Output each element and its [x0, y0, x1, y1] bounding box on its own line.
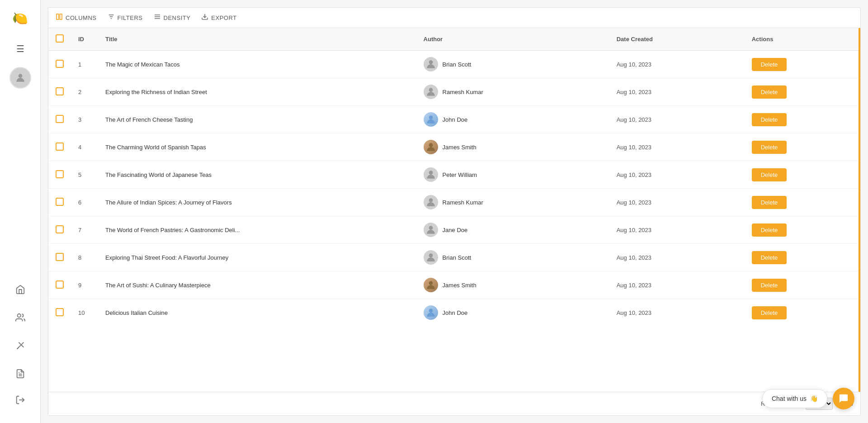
row-id: 10	[71, 299, 98, 327]
row-title: Exploring Thai Street Food: A Flavorful …	[98, 244, 416, 271]
delete-button[interactable]: Delete	[752, 251, 787, 264]
sidebar-item-home[interactable]	[12, 281, 29, 298]
row-checkbox[interactable]	[56, 308, 64, 316]
table-footer: Rows per page: 100 25 50 1–10	[48, 392, 860, 415]
row-checkbox[interactable]	[56, 253, 64, 261]
author-avatar	[424, 57, 438, 71]
sidebar-bottom	[12, 391, 29, 416]
author-name: John Doe	[443, 309, 468, 316]
sidebar-item-docs[interactable]	[12, 365, 29, 382]
svg-point-20	[429, 115, 433, 119]
menu-toggle-button[interactable]: ☰	[13, 40, 28, 58]
svg-point-25	[429, 253, 433, 257]
delete-button[interactable]: Delete	[752, 86, 787, 99]
row-date: Aug 10, 2023	[609, 216, 745, 244]
author-avatar	[424, 167, 438, 182]
sidebar-item-tools[interactable]	[12, 337, 29, 354]
row-checkbox[interactable]	[56, 87, 64, 95]
author-name: Brian Scott	[443, 254, 472, 261]
svg-point-22	[429, 171, 433, 175]
svg-point-18	[429, 60, 433, 64]
row-checkbox[interactable]	[56, 143, 64, 151]
table-header-row: ID Title Author Date Created Actions	[48, 28, 860, 51]
row-checkbox-cell	[48, 133, 71, 161]
row-checkbox-cell	[48, 271, 71, 299]
row-checkbox[interactable]	[56, 115, 64, 123]
export-button[interactable]: EXPORT	[201, 13, 236, 22]
app-logo: 🍋	[9, 7, 31, 29]
author-avatar	[424, 250, 438, 265]
columns-button[interactable]: COLUMNS	[56, 13, 97, 22]
row-author: Peter William	[416, 161, 609, 189]
row-actions: Delete	[745, 271, 860, 299]
sidebar: 🍋 ☰	[0, 0, 41, 423]
header-id: ID	[71, 28, 98, 51]
row-author: James Smith	[416, 271, 609, 299]
delete-button[interactable]: Delete	[752, 113, 787, 126]
chat-open-button[interactable]	[833, 388, 854, 409]
svg-point-23	[429, 198, 433, 202]
svg-point-19	[429, 88, 433, 92]
columns-icon	[56, 13, 63, 22]
row-id: 6	[71, 189, 98, 216]
author-avatar	[424, 278, 438, 292]
row-checkbox[interactable]	[56, 280, 64, 289]
density-button[interactable]: DENSITY	[154, 13, 191, 22]
row-title: Delicious Italian Cuisine	[98, 299, 416, 327]
delete-button[interactable]: Delete	[752, 58, 787, 71]
delete-button[interactable]: Delete	[752, 223, 787, 237]
chat-bubble[interactable]: Chat with us 👋	[762, 389, 827, 408]
row-checkbox[interactable]	[56, 198, 64, 206]
export-icon	[201, 13, 208, 22]
row-title: The Fascinating World of Japanese Teas	[98, 161, 416, 189]
author-name: Ramesh Kumar	[443, 89, 483, 95]
author-avatar	[424, 195, 438, 209]
svg-line-5	[17, 347, 19, 349]
svg-rect-10	[60, 14, 62, 19]
delete-button[interactable]: Delete	[752, 306, 787, 319]
author-avatar	[424, 223, 438, 237]
delete-button[interactable]: Delete	[752, 141, 787, 154]
table-scroll-area[interactable]: ID Title Author Date Created Actions 1Th…	[48, 28, 860, 392]
user-avatar[interactable]	[9, 67, 31, 89]
row-actions: Delete	[745, 161, 860, 189]
author-name: John Doe	[443, 116, 468, 123]
row-checkbox[interactable]	[56, 225, 64, 233]
table-row: 10Delicious Italian CuisineJohn DoeAug 1…	[48, 299, 860, 327]
header-checkbox-cell	[48, 28, 71, 51]
row-date: Aug 10, 2023	[609, 271, 745, 299]
author-name: Peter William	[443, 171, 477, 178]
row-actions: Delete	[745, 299, 860, 327]
author-name: Brian Scott	[443, 61, 472, 68]
row-actions: Delete	[745, 244, 860, 271]
delete-button[interactable]: Delete	[752, 196, 787, 209]
author-name: James Smith	[443, 144, 476, 151]
main-content: COLUMNS FILTERS DENSITY EXPORT	[41, 0, 868, 423]
header-title: Title	[98, 28, 416, 51]
row-title: The Allure of Indian Spices: A Journey o…	[98, 189, 416, 216]
row-checkbox-cell	[48, 51, 71, 78]
data-table: ID Title Author Date Created Actions 1Th…	[48, 28, 861, 416]
row-date: Aug 10, 2023	[609, 106, 745, 133]
articles-table: ID Title Author Date Created Actions 1Th…	[48, 28, 860, 326]
row-actions: Delete	[745, 133, 860, 161]
filters-button[interactable]: FILTERS	[108, 13, 143, 22]
delete-button[interactable]: Delete	[752, 168, 787, 181]
row-checkbox-cell	[48, 78, 71, 106]
row-checkbox-cell	[48, 189, 71, 216]
row-title: The Magic of Mexican Tacos	[98, 51, 416, 78]
author-avatar	[424, 140, 438, 154]
svg-point-26	[429, 281, 433, 285]
sidebar-item-users[interactable]	[12, 309, 29, 326]
table-row: 9The Art of Sushi: A Culinary Masterpiec…	[48, 271, 860, 299]
header-checkbox[interactable]	[56, 34, 64, 43]
sidebar-item-logout[interactable]	[12, 391, 29, 409]
row-checkbox-cell	[48, 244, 71, 271]
header-date: Date Created	[609, 28, 745, 51]
row-author: Ramesh Kumar	[416, 189, 609, 216]
row-checkbox[interactable]	[56, 170, 64, 178]
row-id: 7	[71, 216, 98, 244]
delete-button[interactable]: Delete	[752, 279, 787, 292]
author-avatar	[424, 305, 438, 320]
row-checkbox[interactable]	[56, 60, 64, 68]
